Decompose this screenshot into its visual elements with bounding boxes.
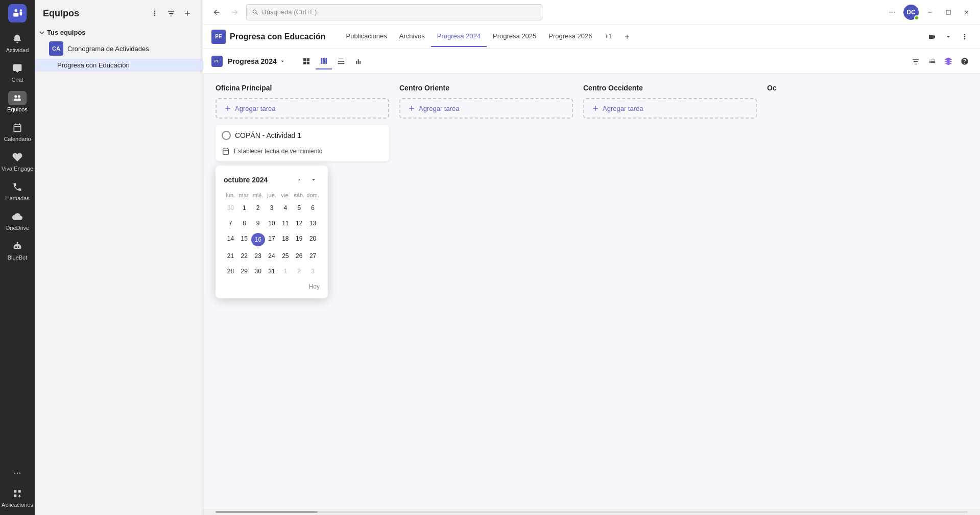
horizontal-scrollbar[interactable] bbox=[203, 509, 980, 515]
teams-logo[interactable] bbox=[8, 4, 27, 22]
cal-today-indicator: 16 bbox=[251, 233, 265, 246]
cal-cell-11[interactable]: 11 bbox=[278, 216, 292, 231]
scrollbar-track bbox=[216, 511, 968, 513]
chart-view-button[interactable] bbox=[350, 53, 367, 69]
cal-cell-22[interactable]: 22 bbox=[237, 248, 251, 264]
tab-publicaciones[interactable]: Publicaciones bbox=[340, 26, 393, 47]
tab-progresa2025[interactable]: Progresa 2025 bbox=[487, 26, 542, 47]
channel-options-button[interactable] bbox=[958, 30, 972, 44]
sidebar-item-chat[interactable]: Chat bbox=[0, 58, 35, 86]
add-task-button-centro-oriente[interactable]: Agregar tarea bbox=[399, 98, 573, 119]
add-team-button[interactable] bbox=[180, 6, 195, 20]
sidebar-item-actividad[interactable]: Actividad bbox=[0, 29, 35, 56]
user-avatar[interactable]: DC bbox=[903, 5, 919, 20]
sidebar-item-llamadas[interactable]: Llamadas bbox=[0, 177, 35, 204]
cal-cell-15[interactable]: 15 bbox=[237, 231, 251, 248]
cal-cell-27[interactable]: 27 bbox=[306, 248, 320, 264]
cal-cell-4[interactable]: 4 bbox=[278, 200, 292, 216]
sidebar-item-calendario[interactable]: Calendario bbox=[0, 118, 35, 145]
sidebar-item-viva[interactable]: Viva Engage bbox=[0, 147, 35, 175]
task-complete-radio[interactable] bbox=[222, 131, 231, 140]
close-button[interactable] bbox=[960, 5, 974, 19]
grid-view-button[interactable] bbox=[298, 53, 315, 69]
filter-button[interactable] bbox=[164, 6, 178, 20]
cal-cell-31[interactable]: 31 bbox=[265, 264, 279, 279]
meet-button[interactable] bbox=[925, 30, 939, 44]
add-tab-button[interactable] bbox=[620, 30, 634, 44]
channel-name: Progresa con Educación bbox=[230, 32, 326, 41]
cal-cell-2-nov[interactable]: 2 bbox=[292, 264, 306, 279]
minimize-button[interactable] bbox=[923, 5, 937, 19]
group-button[interactable] bbox=[925, 54, 939, 68]
tab-selector[interactable]: PE Progresa 2024 bbox=[211, 56, 286, 67]
cal-cell-1[interactable]: 1 bbox=[237, 200, 251, 216]
filter-tasks-button[interactable] bbox=[909, 54, 923, 68]
cal-cell-2[interactable]: 2 bbox=[251, 200, 265, 216]
cal-next-button[interactable] bbox=[307, 174, 320, 186]
cal-cell-21[interactable]: 21 bbox=[224, 248, 237, 264]
cal-cell-10[interactable]: 10 bbox=[265, 216, 279, 231]
cal-cell-17[interactable]: 17 bbox=[265, 231, 279, 248]
add-task-button-centro-occidente[interactable]: Agregar tarea bbox=[583, 98, 757, 119]
tab-progresa2026[interactable]: Progresa 2026 bbox=[542, 26, 598, 47]
bot-icon bbox=[8, 239, 27, 253]
team-cronograma[interactable]: CA Cronograma de Actividades bbox=[35, 38, 203, 59]
channel-progresa[interactable]: Progresa con Educación bbox=[35, 59, 203, 72]
cal-cell-9[interactable]: 9 bbox=[251, 216, 265, 231]
sidebar-item-aplicaciones[interactable]: Aplicaciones bbox=[0, 483, 35, 511]
cal-week-4: 21 22 23 24 25 26 27 bbox=[224, 248, 320, 264]
cal-cell-12[interactable]: 12 bbox=[292, 216, 306, 231]
cal-cell-25[interactable]: 25 bbox=[278, 248, 292, 264]
cal-header: octubre 2024 bbox=[224, 174, 320, 186]
cal-cell-28[interactable]: 28 bbox=[224, 264, 237, 279]
tab-archivos[interactable]: Archivos bbox=[393, 26, 431, 47]
cal-cell-14[interactable]: 14 bbox=[224, 231, 237, 248]
help-button[interactable] bbox=[958, 54, 972, 68]
cal-cell-30-sep[interactable]: 30 bbox=[224, 200, 237, 216]
back-button[interactable] bbox=[209, 5, 224, 19]
add-task-button-oficina[interactable]: Agregar tarea bbox=[216, 98, 389, 119]
cal-cell-1-nov[interactable]: 1 bbox=[278, 264, 292, 279]
cal-hoy-button[interactable]: Hoy bbox=[224, 279, 320, 290]
forward-button[interactable] bbox=[228, 5, 242, 19]
view-more-button[interactable] bbox=[941, 30, 955, 44]
tab-more[interactable]: +1 bbox=[599, 26, 618, 47]
sidebar-item-bluebot[interactable]: BlueBot bbox=[0, 236, 35, 264]
maximize-button[interactable] bbox=[941, 5, 955, 19]
cal-cell-13[interactable]: 13 bbox=[306, 216, 320, 231]
cal-day-vie: vie. bbox=[278, 192, 292, 198]
cal-prev-button[interactable] bbox=[293, 174, 305, 186]
sidebar-item-equipos[interactable]: Equipos bbox=[0, 88, 35, 115]
sidebar-item-label: Calendario bbox=[4, 136, 31, 142]
cal-cell-23[interactable]: 23 bbox=[251, 248, 265, 264]
cal-week-2: 7 8 9 10 11 12 13 bbox=[224, 216, 320, 231]
phone-icon bbox=[8, 180, 27, 194]
schedule-view-button[interactable] bbox=[333, 53, 349, 69]
cal-cell-29[interactable]: 29 bbox=[237, 264, 251, 279]
search-bar[interactable]: Búsqueda (Ctrl+E) bbox=[246, 4, 542, 20]
settings-button[interactable]: ··· bbox=[885, 5, 899, 19]
board-view-button[interactable] bbox=[316, 53, 332, 69]
cal-cell-20[interactable]: 20 bbox=[306, 231, 320, 248]
your-teams-header[interactable]: Tus equipos bbox=[35, 27, 203, 38]
sidebar-item-onedrive[interactable]: OneDrive bbox=[0, 206, 35, 234]
teams-icon bbox=[8, 91, 27, 105]
more-options-button[interactable] bbox=[148, 6, 162, 20]
cal-cell-3[interactable]: 3 bbox=[265, 200, 279, 216]
cal-cell-5[interactable]: 5 bbox=[292, 200, 306, 216]
cal-cell-3-nov[interactable]: 3 bbox=[306, 264, 320, 279]
cal-cell-8[interactable]: 8 bbox=[237, 216, 251, 231]
cal-cell-7[interactable]: 7 bbox=[224, 216, 237, 231]
scrollbar-thumb[interactable] bbox=[216, 511, 318, 513]
premium-button[interactable] bbox=[941, 54, 955, 68]
sidebar-more[interactable]: ··· bbox=[0, 464, 35, 481]
cal-cell-30[interactable]: 30 bbox=[251, 264, 265, 279]
cal-cell-16-today[interactable]: 16 bbox=[251, 231, 265, 248]
tab-progresa2024[interactable]: Progresa 2024 bbox=[431, 26, 487, 47]
cal-cell-24[interactable]: 24 bbox=[265, 248, 279, 264]
cal-cell-6[interactable]: 6 bbox=[306, 200, 320, 216]
task-date-row[interactable]: Establecer fecha de vencimiento bbox=[216, 144, 389, 161]
cal-cell-26[interactable]: 26 bbox=[292, 248, 306, 264]
cal-cell-19[interactable]: 19 bbox=[292, 231, 306, 248]
cal-cell-18[interactable]: 18 bbox=[278, 231, 292, 248]
